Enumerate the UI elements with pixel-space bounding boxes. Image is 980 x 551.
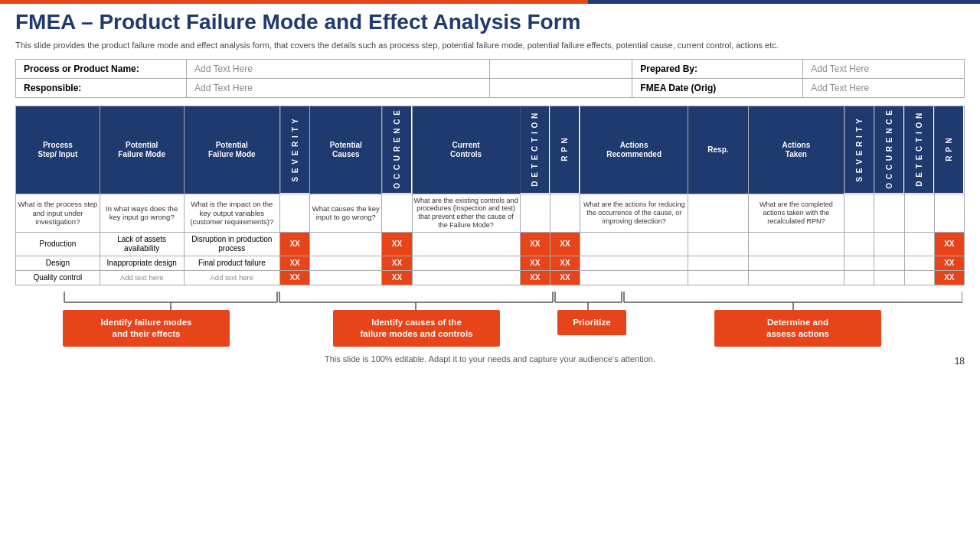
th-rpn-2: R P N [934, 106, 964, 194]
row1-rpn2: XX [934, 232, 964, 256]
bracket-svg [17, 289, 962, 310]
th-actions-recommended: ActionsRecommended [580, 106, 688, 194]
label-group-1: Identify failure modesand their effects [17, 310, 276, 347]
desc-occurrence-2 [874, 194, 904, 232]
row3-failure-effect: Add text here [184, 270, 279, 285]
row3-occurrence2 [874, 270, 904, 285]
row1-resp [688, 232, 748, 256]
desc-row: What is the process step and input under… [16, 194, 965, 232]
row2-detection: XX [520, 256, 550, 270]
row1-actions-taken [748, 232, 844, 256]
fmea-date-label: FMEA Date (Orig) [632, 78, 803, 97]
desc-actions-taken: What are the completed actions taken wit… [748, 194, 844, 232]
prepared-value: Add Text Here [803, 59, 965, 78]
fmea-date-value: Add Text Here [803, 78, 965, 97]
row1-controls [412, 232, 520, 256]
desc-causes: What causes the key input to go wrong? [310, 194, 382, 232]
th-severity-2: S E V E R I T Y [844, 106, 874, 194]
row3-failure-mode: Add text here [100, 270, 184, 285]
row3-controls [412, 270, 520, 285]
table-row: Production Lack of assets availability D… [16, 232, 965, 256]
row1-failure-effect: Disruption in production process [184, 232, 279, 256]
row1-occurrence2 [874, 232, 904, 256]
th-actions-taken: ActionsTaken [748, 106, 844, 194]
row3-rpn: XX [550, 270, 580, 285]
row3-process: Quality control [16, 270, 100, 285]
row1-failure-mode: Lack of assets availability [100, 232, 184, 256]
label-identify-causes: Identify causes of thefailure modes and … [333, 310, 500, 347]
th-potential-causes: PotentialCauses [310, 106, 382, 194]
row2-occurrence2 [874, 256, 904, 270]
th-detection-1: D E T E C T I O N [520, 106, 550, 194]
th-occurrence-1: O C C U R E N C E [382, 106, 412, 194]
responsible-value: Add Text Here [187, 78, 490, 97]
label-group-4: Determine andassess actions [631, 310, 965, 347]
label-group-2: Identify causes of thefailure modes and … [280, 310, 553, 347]
row2-resp [688, 256, 748, 270]
row3-detection2 [904, 270, 934, 285]
th-failure-effect: PotentialFailure Mode [184, 106, 279, 194]
label-determine-actions: Determine andassess actions [714, 310, 881, 347]
info-row-2: Responsible: Add Text Here FMEA Date (Or… [16, 78, 965, 97]
row2-failure-mode: Inappropriate design [100, 256, 184, 270]
row3-occurrence: XX [382, 270, 412, 285]
row2-actions-recommended [580, 256, 688, 270]
th-occurrence-2: O C C U R E N C E [874, 106, 904, 194]
header-row: ProcessStep/ Input PotentialFailure Mode… [16, 106, 965, 194]
page-title: FMEA – Product Failure Mode and Effect A… [15, 9, 965, 35]
desc-detection-1 [520, 194, 550, 232]
table-row: Quality control Add text here Add text h… [16, 270, 965, 285]
row2-process: Design [16, 256, 100, 270]
row1-occurrence: XX [382, 232, 412, 256]
footer: This slide is 100% editable. Adapt it to… [15, 351, 965, 365]
desc-controls: What are the existing controls and proce… [412, 194, 520, 232]
main-content: FMEA – Product Failure Mode and Effect A… [0, 0, 980, 373]
row2-severity2 [844, 256, 874, 270]
row3-actions-taken [748, 270, 844, 285]
desc-rpn-1 [550, 194, 580, 232]
process-label: Process or Product Name: [16, 59, 187, 78]
row2-actions-taken [748, 256, 844, 270]
row3-resp [688, 270, 748, 285]
fmea-table: ProcessStep/ Input PotentialFailure Mode… [15, 106, 965, 285]
row3-causes [310, 270, 382, 285]
row1-process: Production [16, 232, 100, 256]
desc-failure-mode: In what ways does the key input go wrong… [100, 194, 184, 232]
subtitle: This slide provides the product failure … [15, 40, 965, 51]
process-value: Add Text Here [187, 59, 490, 78]
prepared-label: Prepared By: [632, 59, 803, 78]
row3-actions-recommended [580, 270, 688, 285]
th-resp: Resp. [688, 106, 748, 194]
row2-controls [412, 256, 520, 270]
row2-occurrence: XX [382, 256, 412, 270]
th-rpn-1: R P N [550, 106, 580, 194]
th-severity-1: S E V E R I T Y [280, 106, 310, 194]
responsible-label: Responsible: [16, 78, 187, 97]
desc-detection-2 [904, 194, 934, 232]
row2-rpn2: XX [934, 256, 964, 270]
info-row-1: Process or Product Name: Add Text Here P… [16, 59, 965, 78]
page-number: 18 [955, 356, 965, 367]
th-detection-2: D E T E C T I O N [904, 106, 934, 194]
desc-occurrence-1 [382, 194, 412, 232]
th-process-step: ProcessStep/ Input [16, 106, 100, 194]
row3-severity: XX [280, 270, 310, 285]
row3-detection: XX [520, 270, 550, 285]
bottom-area: Identify failure modesand their effects … [15, 289, 965, 347]
row1-causes [310, 232, 382, 256]
row2-failure-effect: Final product failure [184, 256, 279, 270]
row1-severity: XX [280, 232, 310, 256]
label-buttons-row: Identify failure modesand their effects … [15, 310, 965, 347]
label-prioritize: Prioritize [557, 310, 626, 335]
desc-actions-recommended: What are the actions for reducing the oc… [580, 194, 688, 232]
desc-severity-2 [844, 194, 874, 232]
row2-detection2 [904, 256, 934, 270]
row1-detection2 [904, 232, 934, 256]
row2-severity: XX [280, 256, 310, 270]
footer-text: This slide is 100% editable. Adapt it to… [325, 354, 655, 364]
desc-rpn-2 [934, 194, 964, 232]
row1-rpn: XX [550, 232, 580, 256]
row1-actions-recommended [580, 232, 688, 256]
row1-severity2 [844, 232, 874, 256]
row3-rpn2: XX [934, 270, 964, 285]
